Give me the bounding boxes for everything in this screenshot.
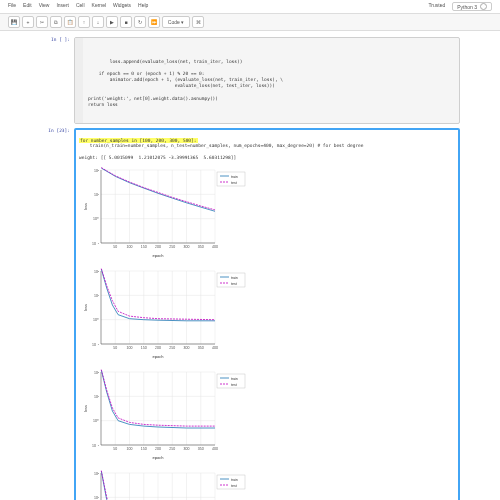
svg-text:100: 100 bbox=[127, 346, 133, 350]
svg-text:epoch: epoch bbox=[153, 253, 164, 258]
svg-text:train: train bbox=[231, 477, 238, 481]
svg-text:loss: loss bbox=[83, 203, 88, 210]
save-button[interactable]: 💾 bbox=[8, 16, 20, 28]
menu-help[interactable]: Help bbox=[138, 2, 148, 11]
stop-button[interactable]: ■ bbox=[120, 16, 132, 28]
restart-button[interactable]: ↻ bbox=[134, 16, 146, 28]
svg-text:350: 350 bbox=[198, 346, 204, 350]
svg-text:50: 50 bbox=[113, 245, 117, 249]
run-button[interactable]: ▶ bbox=[106, 16, 118, 28]
menu-view[interactable]: View bbox=[39, 2, 50, 11]
svg-text:200: 200 bbox=[155, 447, 161, 451]
output-charts: 5010015020025030035040010⁻¹10⁰10¹10² epo… bbox=[79, 164, 455, 500]
svg-text:200: 200 bbox=[155, 245, 161, 249]
menu-insert[interactable]: Insert bbox=[56, 2, 69, 11]
svg-text:10¹: 10¹ bbox=[94, 395, 100, 399]
svg-text:250: 250 bbox=[169, 346, 175, 350]
svg-text:epoch: epoch bbox=[153, 455, 164, 460]
kernel-status-icon bbox=[480, 3, 487, 10]
paste-button[interactable]: 📋 bbox=[64, 16, 76, 28]
svg-text:train: train bbox=[231, 174, 238, 178]
svg-text:200: 200 bbox=[155, 346, 161, 350]
menu-file[interactable]: File bbox=[8, 2, 16, 11]
stdout-text: weight: [[ 5.0015099 1.21012075 -3.39991… bbox=[79, 155, 455, 160]
svg-text:10¹: 10¹ bbox=[94, 193, 100, 197]
svg-text:150: 150 bbox=[141, 245, 147, 249]
move-down-button[interactable]: ↓ bbox=[92, 16, 104, 28]
svg-text:300: 300 bbox=[184, 245, 190, 249]
svg-text:10⁰: 10⁰ bbox=[93, 318, 99, 322]
svg-text:loss: loss bbox=[83, 405, 88, 412]
code-input[interactable]: for number_samples in [100, 200, 300, 50… bbox=[79, 133, 455, 153]
svg-text:train: train bbox=[231, 275, 238, 279]
loss-chart-1: 5010015020025030035040010⁻¹10⁰10¹10² epo… bbox=[79, 164, 249, 259]
menu-bar: File Edit View Insert Cell Kernel Widget… bbox=[0, 0, 500, 14]
svg-text:400: 400 bbox=[212, 447, 218, 451]
restart-run-all-button[interactable]: ⏩ bbox=[148, 16, 160, 28]
code-input[interactable]: loss.append(evaluate_loss(net, train_ite… bbox=[74, 37, 460, 124]
svg-text:50: 50 bbox=[113, 346, 117, 350]
svg-text:10⁰: 10⁰ bbox=[93, 217, 99, 221]
svg-text:100: 100 bbox=[127, 245, 133, 249]
svg-text:test: test bbox=[231, 483, 237, 487]
svg-text:test: test bbox=[231, 382, 237, 386]
svg-text:350: 350 bbox=[198, 447, 204, 451]
svg-text:test: test bbox=[231, 281, 237, 285]
menu-widgets[interactable]: Widgets bbox=[113, 2, 131, 11]
svg-text:300: 300 bbox=[184, 447, 190, 451]
svg-text:150: 150 bbox=[141, 346, 147, 350]
svg-text:250: 250 bbox=[169, 245, 175, 249]
running-cell-body: for number_samples in [100, 200, 300, 50… bbox=[74, 128, 460, 500]
svg-text:10²: 10² bbox=[94, 370, 100, 374]
svg-text:250: 250 bbox=[169, 447, 175, 451]
input-prompt: In [23]: bbox=[40, 128, 74, 500]
cut-button[interactable]: ✂ bbox=[36, 16, 48, 28]
code-line: train(n_train=number_samples, n_test=num… bbox=[79, 143, 363, 148]
svg-text:train: train bbox=[231, 376, 238, 380]
toolbar: 💾 + ✂ ⧉ 📋 ↑ ↓ ▶ ■ ↻ ⏩ Code ▾ ⌘ bbox=[0, 14, 500, 31]
notebook-area: In [ ]: loss.append(evaluate_loss(net, t… bbox=[0, 31, 500, 500]
svg-text:10⁰: 10⁰ bbox=[93, 419, 99, 423]
trusted-indicator: Trusted bbox=[428, 2, 445, 11]
menu-kernel[interactable]: Kernel bbox=[92, 2, 106, 11]
svg-text:10²: 10² bbox=[94, 269, 100, 273]
svg-text:10¹: 10¹ bbox=[94, 496, 100, 500]
loss-chart-3: 5010015020025030035040010⁻¹10⁰10¹10² epo… bbox=[79, 366, 249, 461]
input-prompt: In [ ]: bbox=[40, 37, 74, 124]
loss-chart-2: 5010015020025030035040010⁻¹10⁰10¹10² epo… bbox=[79, 265, 249, 360]
svg-text:400: 400 bbox=[212, 245, 218, 249]
svg-text:10²: 10² bbox=[94, 168, 100, 172]
svg-text:test: test bbox=[231, 180, 237, 184]
svg-text:loss: loss bbox=[83, 304, 88, 311]
svg-text:10²: 10² bbox=[94, 471, 100, 475]
loss-chart-4: 5010015020025030035040010⁻¹10⁰10¹10² epo… bbox=[79, 467, 249, 500]
code-text: loss.append(evaluate_loss(net, train_ite… bbox=[88, 59, 455, 108]
add-cell-button[interactable]: + bbox=[22, 16, 34, 28]
svg-text:350: 350 bbox=[198, 245, 204, 249]
cell-type-select[interactable]: Code ▾ bbox=[162, 16, 190, 28]
code-cell-running: In [23]: for number_samples in [100, 200… bbox=[40, 128, 460, 500]
svg-text:10⁻¹: 10⁻¹ bbox=[92, 443, 100, 447]
command-palette-button[interactable]: ⌘ bbox=[192, 16, 204, 28]
svg-text:150: 150 bbox=[141, 447, 147, 451]
svg-text:10⁻¹: 10⁻¹ bbox=[92, 342, 100, 346]
menu-edit[interactable]: Edit bbox=[23, 2, 32, 11]
code-cell: In [ ]: loss.append(evaluate_loss(net, t… bbox=[40, 37, 460, 124]
svg-text:epoch: epoch bbox=[153, 354, 164, 359]
menu-cell[interactable]: Cell bbox=[76, 2, 85, 11]
kernel-name[interactable]: Python 3 bbox=[452, 2, 492, 11]
copy-button[interactable]: ⧉ bbox=[50, 16, 62, 28]
svg-text:10¹: 10¹ bbox=[94, 294, 100, 298]
svg-text:300: 300 bbox=[184, 346, 190, 350]
svg-text:400: 400 bbox=[212, 346, 218, 350]
move-up-button[interactable]: ↑ bbox=[78, 16, 90, 28]
svg-text:100: 100 bbox=[127, 447, 133, 451]
svg-text:50: 50 bbox=[113, 447, 117, 451]
svg-text:10⁻¹: 10⁻¹ bbox=[92, 241, 100, 245]
